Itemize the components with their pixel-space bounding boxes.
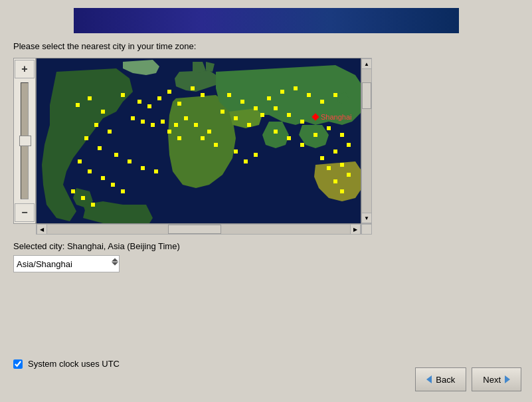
- svg-rect-34: [307, 93, 311, 97]
- svg-rect-55: [347, 173, 351, 177]
- svg-rect-65: [184, 116, 188, 120]
- svg-rect-23: [111, 183, 115, 187]
- svg-rect-69: [177, 136, 181, 140]
- svg-rect-7: [157, 96, 161, 100]
- svg-rect-16: [114, 153, 118, 157]
- svg-rect-32: [280, 90, 284, 94]
- utc-label: System clock uses UTC: [28, 359, 120, 369]
- svg-rect-62: [207, 130, 211, 134]
- svg-rect-15: [98, 146, 102, 150]
- zoom-slider-track[interactable]: [21, 82, 29, 199]
- svg-rect-54: [340, 163, 344, 167]
- svg-rect-39: [247, 123, 251, 127]
- instruction-text: Please select the nearest city in your t…: [13, 41, 519, 51]
- svg-rect-51: [333, 150, 337, 153]
- svg-rect-52: [320, 156, 324, 160]
- scroll-up-button[interactable]: ▲: [361, 58, 372, 69]
- svg-rect-40: [260, 113, 264, 117]
- timezone-select[interactable]: Asia/Shanghai Asia/Tokyo America/New_Yor…: [13, 255, 120, 272]
- svg-rect-5: [137, 100, 141, 104]
- svg-rect-66: [174, 123, 178, 127]
- svg-rect-18: [141, 166, 145, 170]
- h-scroll-thumb[interactable]: [168, 225, 221, 234]
- svg-rect-20: [78, 159, 82, 163]
- selected-city-text: Selected city: Shanghai, Asia (Beijing T…: [13, 241, 519, 251]
- svg-rect-4: [121, 93, 125, 97]
- svg-rect-25: [71, 189, 75, 193]
- map-scroll-area: + −: [13, 58, 519, 235]
- zoom-in-button[interactable]: +: [15, 60, 35, 78]
- svg-rect-31: [267, 96, 271, 100]
- svg-rect-58: [234, 150, 238, 153]
- svg-rect-41: [274, 106, 278, 110]
- utc-checkbox[interactable]: [13, 359, 23, 369]
- zoom-controls: + −: [13, 58, 36, 224]
- timezone-select-wrapper: Asia/Shanghai Asia/Tokyo America/New_Yor…: [13, 251, 120, 272]
- svg-rect-50: [347, 143, 351, 147]
- svg-rect-27: [91, 203, 95, 207]
- horizontal-scrollbar[interactable]: ◀ ▶: [36, 224, 361, 235]
- svg-rect-3: [101, 110, 105, 114]
- svg-rect-48: [327, 126, 331, 130]
- bottom-navigation: Back Next: [415, 367, 521, 391]
- svg-rect-26: [81, 196, 85, 200]
- v-scroll-thumb[interactable]: [362, 82, 371, 109]
- svg-rect-10: [191, 86, 195, 90]
- back-label: Back: [436, 375, 455, 385]
- zoom-slider-thumb: [19, 136, 31, 146]
- svg-rect-11: [201, 93, 205, 97]
- svg-rect-57: [340, 189, 344, 193]
- svg-rect-1: [76, 103, 80, 107]
- svg-rect-53: [327, 166, 331, 170]
- next-button[interactable]: Next: [472, 367, 521, 391]
- map-outer-container: Shanghai ▲ ▼ ◀: [36, 58, 372, 235]
- svg-rect-42: [287, 113, 291, 117]
- svg-rect-30: [254, 106, 258, 110]
- h-scroll-track[interactable]: [47, 225, 350, 234]
- svg-rect-12: [94, 123, 98, 127]
- svg-text:Shanghai: Shanghai: [321, 113, 352, 121]
- svg-rect-59: [244, 159, 248, 163]
- svg-rect-33: [294, 86, 298, 90]
- next-arrow-icon: [505, 375, 510, 383]
- svg-rect-47: [313, 133, 317, 137]
- svg-rect-61: [214, 143, 218, 147]
- svg-rect-6: [147, 104, 151, 108]
- svg-rect-45: [287, 136, 291, 140]
- scroll-down-button[interactable]: ▼: [361, 213, 372, 223]
- svg-rect-8: [167, 90, 171, 94]
- svg-rect-17: [128, 159, 132, 163]
- svg-rect-68: [167, 130, 171, 134]
- h-scrollbar-row: ◀ ▶: [36, 224, 372, 235]
- world-map-svg: Shanghai: [37, 58, 361, 224]
- scroll-right-button[interactable]: ▶: [350, 224, 361, 235]
- svg-rect-44: [274, 130, 278, 134]
- svg-rect-19: [154, 169, 158, 173]
- svg-rect-13: [108, 130, 112, 134]
- back-arrow-icon: [426, 375, 432, 383]
- svg-rect-38: [234, 116, 238, 120]
- svg-rect-28: [227, 93, 231, 97]
- scrollbar-corner: [361, 224, 372, 235]
- svg-rect-49: [340, 133, 344, 137]
- map-viewport[interactable]: Shanghai: [36, 58, 361, 224]
- vertical-scrollbar[interactable]: ▲ ▼: [361, 58, 372, 224]
- svg-rect-56: [333, 179, 337, 183]
- back-button[interactable]: Back: [415, 367, 466, 391]
- svg-rect-60: [254, 153, 258, 157]
- svg-rect-72: [131, 116, 135, 120]
- v-scroll-track[interactable]: [362, 69, 371, 213]
- svg-rect-36: [333, 93, 337, 97]
- zoom-out-button[interactable]: −: [15, 203, 35, 222]
- svg-rect-64: [194, 123, 198, 127]
- svg-rect-2: [88, 96, 92, 100]
- svg-rect-24: [121, 189, 125, 193]
- svg-rect-37: [221, 110, 224, 114]
- svg-rect-63: [201, 136, 205, 140]
- next-label: Next: [483, 375, 501, 385]
- svg-rect-43: [300, 120, 304, 124]
- svg-rect-71: [141, 120, 145, 124]
- svg-rect-9: [177, 102, 181, 106]
- scroll-left-button[interactable]: ◀: [37, 224, 47, 235]
- svg-rect-14: [84, 136, 88, 140]
